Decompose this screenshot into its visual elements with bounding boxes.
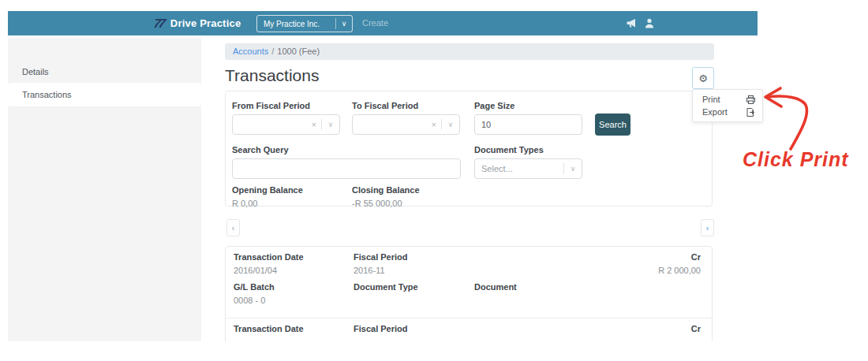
gl-batch-label: G/L Batch	[234, 282, 354, 292]
practice-selector-value: My Practice Inc.	[257, 20, 335, 28]
breadcrumb-current: 1000 (Fee)	[277, 47, 320, 56]
menu-item-print[interactable]: Print	[693, 93, 762, 106]
page-size-label: Page Size	[474, 101, 514, 110]
menu-item-export[interactable]: Export	[693, 106, 762, 118]
printer-icon	[746, 95, 755, 104]
screenshot-canvas: 77 Drive Practice My Practice Inc. ∨ Cre…	[0, 0, 868, 361]
opening-balance-label: Opening Balance	[232, 185, 303, 195]
practice-selector[interactable]: My Practice Inc. ∨	[256, 15, 353, 32]
page-size-input[interactable]	[475, 115, 582, 134]
breadcrumb: Accounts/1000 (Fee)	[225, 43, 714, 60]
export-icon	[746, 108, 755, 117]
cr-value: R 2 000,00	[630, 266, 701, 275]
filters-panel: From Fiscal Period To Fiscal Period Page…	[225, 91, 713, 207]
fiscal-period-label: Fiscal Period	[354, 252, 474, 262]
app-window: 77 Drive Practice My Practice Inc. ∨ Cre…	[0, 0, 868, 341]
cr-label: Cr	[630, 252, 701, 262]
pagination-prev-button[interactable]: ‹	[226, 219, 240, 236]
announcements-icon[interactable]	[626, 18, 637, 28]
closing-balance-value: -R 55 000,00	[352, 199, 402, 208]
clear-icon[interactable]: ×	[427, 120, 441, 129]
page-size-field	[474, 114, 582, 135]
from-fiscal-period-select[interactable]: × ∨	[232, 114, 340, 135]
sidebar: Details Transactions	[8, 38, 201, 341]
document-label: Document	[474, 282, 630, 292]
chevron-down-icon[interactable]: ∨	[336, 20, 352, 28]
transaction-date-value: 2016/01/04	[234, 266, 354, 275]
gl-batch-value: 0008 - 0	[234, 296, 354, 305]
opening-balance-value: R 0,00	[232, 199, 257, 208]
brand: 77 Drive Practice	[154, 11, 241, 35]
document-types-placeholder: Select...	[475, 164, 563, 173]
txn-value-row: 0008 - 0	[234, 296, 701, 305]
pagination-next-button[interactable]: ›	[701, 219, 714, 236]
brand-name: Drive Practice	[170, 17, 241, 29]
txn-label-row: Transaction Date Fiscal Period Cr	[234, 252, 701, 262]
txn-value-row: 2016/01/04 2016-11 R 2 000,00	[234, 266, 701, 275]
transaction-date-label: Transaction Date	[234, 324, 354, 333]
closing-balance-label: Closing Balance	[352, 185, 420, 195]
clear-icon[interactable]: ×	[307, 120, 321, 129]
chevron-down-icon[interactable]: ∨	[442, 121, 459, 128]
transaction-card: Transaction Date Fiscal Period Cr	[226, 318, 712, 341]
txn-label-row: Transaction Date Fiscal Period Cr	[234, 324, 701, 333]
document-value	[474, 296, 630, 305]
chevron-down-icon[interactable]: ∨	[322, 121, 339, 128]
print-label: Print	[702, 95, 720, 104]
settings-button[interactable]: ⚙	[692, 67, 714, 89]
txn-label-row: G/L Batch Document Type Document	[234, 282, 701, 292]
chevron-left-icon: ‹	[232, 224, 234, 233]
chevron-right-icon: ›	[706, 224, 709, 233]
document-types-select[interactable]: Select... ∨	[474, 158, 582, 179]
transactions-list: Transaction Date Fiscal Period Cr 2016/0…	[225, 246, 713, 341]
search-query-label: Search Query	[232, 145, 289, 154]
to-fiscal-period-label: To Fiscal Period	[352, 101, 418, 110]
create-menu[interactable]: Create	[362, 18, 388, 28]
search-query-input[interactable]	[233, 159, 460, 178]
cr-label: Cr	[630, 324, 701, 333]
search-query-field	[232, 158, 461, 179]
fiscal-period-label: Fiscal Period	[354, 324, 474, 333]
annotation-text: Click Print	[743, 148, 849, 171]
chevron-down-icon[interactable]: ∨	[564, 165, 582, 173]
sidebar-item-transactions[interactable]: Transactions	[8, 83, 201, 106]
document-type-value	[354, 296, 474, 305]
to-fiscal-period-select[interactable]: × ∨	[352, 114, 460, 135]
app-header: 77 Drive Practice My Practice Inc. ∨ Cre…	[8, 11, 758, 35]
breadcrumb-accounts-link[interactable]: Accounts	[233, 47, 268, 56]
user-profile-icon[interactable]	[645, 18, 654, 28]
header-icons	[626, 11, 654, 35]
sidebar-item-details[interactable]: Details	[8, 61, 201, 83]
transaction-card: Transaction Date Fiscal Period Cr 2016/0…	[226, 247, 712, 318]
export-label: Export	[702, 107, 728, 117]
page-title: Transactions	[225, 66, 319, 85]
transaction-date-label: Transaction Date	[234, 252, 354, 262]
brand-logo-icon: 77	[153, 17, 166, 30]
search-button[interactable]: Search	[595, 114, 630, 136]
settings-dropdown-menu: Print Export	[692, 89, 763, 122]
gear-icon: ⚙	[698, 73, 708, 84]
document-types-label: Document Types	[474, 145, 544, 154]
from-fiscal-period-label: From Fiscal Period	[232, 101, 310, 110]
breadcrumb-separator: /	[271, 47, 274, 56]
document-type-label: Document Type	[354, 282, 474, 292]
fiscal-period-value: 2016-11	[354, 266, 474, 275]
